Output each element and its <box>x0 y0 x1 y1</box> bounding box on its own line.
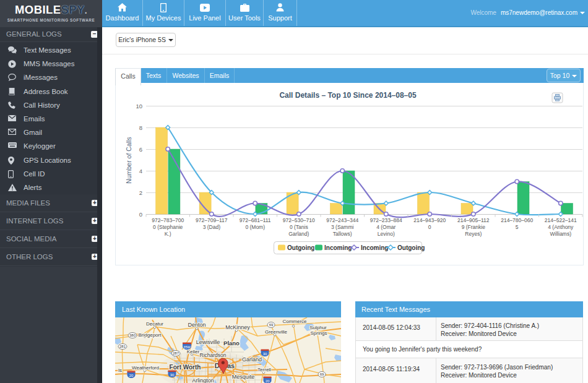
svg-text:30: 30 <box>170 373 175 377</box>
svg-text:214–943–920: 214–943–920 <box>413 217 446 223</box>
svg-text:214–522–141: 214–522–141 <box>545 217 577 223</box>
svg-text:281: 281 <box>119 345 126 348</box>
svg-text:0 (Stephanie: 0 (Stephanie <box>153 224 183 230</box>
svg-text:972–243–344: 972–243–344 <box>326 217 358 223</box>
svg-text:Arlington: Arlington <box>192 377 214 383</box>
svg-text:Lewisville: Lewisville <box>196 339 220 345</box>
svg-text:Plano: Plano <box>223 340 240 346</box>
svg-text:972–530–710: 972–530–710 <box>283 217 315 223</box>
svg-text:972–709–117: 972–709–117 <box>196 217 228 223</box>
svg-text:Mesquite: Mesquite <box>232 374 255 380</box>
svg-text:972–233–884: 972–233–884 <box>370 217 402 223</box>
svg-text:5: 5 <box>516 224 519 230</box>
svg-text:Richardson: Richardson <box>200 352 227 358</box>
svg-text:69: 69 <box>320 372 324 376</box>
svg-text:0 (Mom): 0 (Mom) <box>245 224 265 230</box>
svg-text:K.): K.) <box>165 231 171 237</box>
svg-text:Is: Is <box>118 368 122 373</box>
svg-text:287: 287 <box>173 351 179 355</box>
svg-text:Bridgeport: Bridgeport <box>139 332 162 338</box>
svg-text:Commerce: Commerce <box>282 319 307 324</box>
svg-text:Reyes): Reyes) <box>465 231 482 237</box>
svg-text:Denton: Denton <box>188 322 205 328</box>
svg-text:Decatur: Decatur <box>146 321 163 327</box>
svg-text:Greenville: Greenville <box>265 329 288 335</box>
svg-text:972–783–700: 972–783–700 <box>152 217 184 223</box>
svg-text:20: 20 <box>129 374 134 377</box>
svg-text:Weatherford: Weatherford <box>132 365 159 371</box>
svg-text:4 (Anthony: 4 (Anthony <box>548 224 574 230</box>
svg-text:4: 4 <box>139 168 142 174</box>
svg-text:3 (Dad): 3 (Dad) <box>203 224 221 230</box>
svg-text:Garland): Garland) <box>288 231 309 237</box>
svg-text:214–905–112: 214–905–112 <box>457 217 490 223</box>
svg-text:2: 2 <box>139 189 142 196</box>
svg-text:4 (Omar: 4 (Omar <box>376 224 396 230</box>
svg-text:Keller: Keller <box>187 349 200 355</box>
svg-text:0: 0 <box>428 224 431 230</box>
svg-text:30: 30 <box>263 352 267 356</box>
svg-text:Tallows): Tallows) <box>333 231 352 237</box>
svg-text:McKinney: McKinney <box>225 324 250 330</box>
svg-text:972–681–111: 972–681–111 <box>240 217 271 223</box>
svg-text:10: 10 <box>136 103 142 110</box>
svg-text:Garland: Garland <box>242 356 262 363</box>
svg-text:380: 380 <box>129 334 136 337</box>
svg-text:Springs: Springs <box>310 330 327 336</box>
svg-text:0 (Tanis: 0 (Tanis <box>290 224 308 230</box>
svg-text:6: 6 <box>139 146 142 153</box>
svg-text:Call Details – Top 10 Since 20: Call Details – Top 10 Since 2014–08–05 <box>279 91 417 100</box>
svg-text:3 (Sammi: 3 (Sammi <box>331 224 353 230</box>
svg-text:Sulphur: Sulphur <box>309 325 327 330</box>
svg-text:Outgoing: Outgoing <box>397 244 425 251</box>
svg-text:Number of Calls: Number of Calls <box>125 137 132 183</box>
svg-text:0: 0 <box>139 211 142 218</box>
svg-text:Williams): Williams) <box>550 231 572 237</box>
svg-text:214–780–060: 214–780–060 <box>501 217 533 223</box>
svg-text:Terrell: Terrell <box>257 367 271 372</box>
svg-text:20: 20 <box>266 379 270 383</box>
svg-text:35W: 35W <box>183 345 191 349</box>
svg-text:Incoming: Incoming <box>324 244 352 251</box>
svg-text:69: 69 <box>269 323 274 327</box>
svg-text:Fort Worth: Fort Worth <box>170 364 201 371</box>
svg-text:Outgoing: Outgoing <box>287 244 314 251</box>
svg-text:9 (Frankie: 9 (Frankie <box>462 224 486 230</box>
svg-text:Incoming: Incoming <box>361 244 388 251</box>
svg-text:8: 8 <box>139 124 142 131</box>
svg-text:Levino): Levino) <box>378 231 395 237</box>
